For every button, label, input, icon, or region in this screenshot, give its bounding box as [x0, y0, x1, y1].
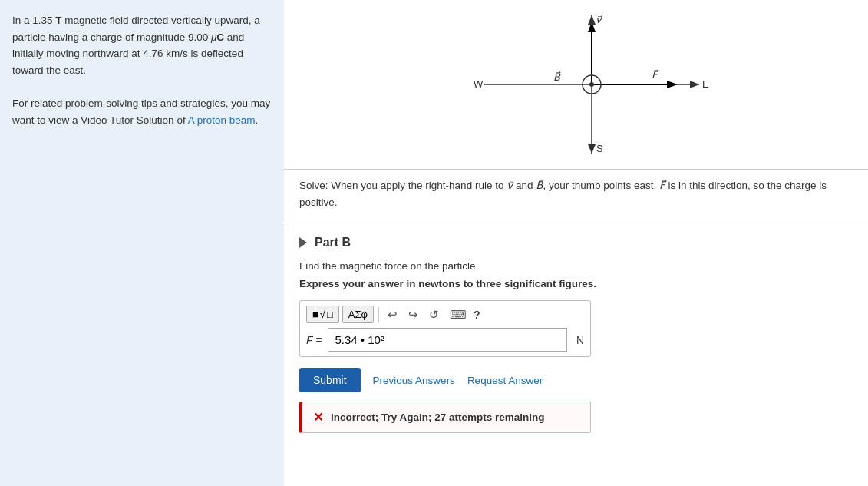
error-message: Incorrect; Try Again; 27 attempts remain… — [331, 412, 545, 423]
math-toolbar: ■ √ □ AΣφ ↩ ↪ ↺ ⌨ ? — [306, 306, 584, 323]
find-text: Find the magnetic force on the particle. — [299, 260, 853, 272]
fraction-icon: ■ — [312, 309, 318, 320]
diagram-area: v⃗ S E W B⃗ F⃗ — [284, 0, 868, 170]
keyboard-button[interactable]: ⌨ — [446, 306, 470, 323]
math-input-row: F = N — [306, 328, 584, 352]
redo-button[interactable]: ↪ — [404, 306, 422, 323]
vector-diagram: v⃗ S E W B⃗ F⃗ — [461, 8, 722, 161]
svg-point-7 — [589, 82, 594, 87]
error-box: ✕ Incorrect; Try Again; 27 attempts rema… — [299, 402, 591, 433]
svg-text:S: S — [596, 143, 603, 154]
math-input-container: ■ √ □ AΣφ ↩ ↪ ↺ ⌨ ? F = N — [299, 300, 591, 357]
sqrt-icon: √ — [320, 309, 325, 320]
math-answer-input[interactable] — [328, 328, 567, 352]
main-content: v⃗ S E W B⃗ F⃗ Solve: When you apply the… — [284, 0, 868, 486]
svg-text:v⃗: v⃗ — [596, 14, 603, 25]
submit-button[interactable]: Submit — [299, 368, 361, 392]
equation-label: F = — [306, 334, 322, 346]
request-answer-link[interactable]: Request Answer — [467, 375, 543, 386]
undo-button[interactable]: ↩ — [384, 306, 401, 323]
solve-text: Solve: When you apply the right-hand rul… — [284, 170, 868, 223]
collapse-icon[interactable] — [299, 237, 307, 248]
greek-label: AΣφ — [348, 309, 368, 320]
submit-row: Submit Previous Answers Request Answer — [299, 368, 853, 392]
greek-button[interactable]: AΣφ — [342, 306, 374, 323]
problem-text: In a 1.35 T magnetic field directed vert… — [12, 12, 272, 78]
previous-answers-link[interactable]: Previous Answers — [373, 375, 455, 386]
svg-marker-9 — [588, 144, 596, 154]
box-icon: □ — [327, 309, 333, 320]
svg-text:F⃗: F⃗ — [652, 69, 659, 81]
error-icon: ✕ — [313, 410, 323, 425]
toolbar-separator — [378, 307, 379, 322]
tip-text: For related problem-solving tips and str… — [12, 95, 272, 128]
sidebar: In a 1.35 T magnetic field directed vert… — [0, 0, 284, 486]
svg-text:E: E — [702, 78, 709, 90]
express-text: Express your answer in newtons to three … — [299, 278, 853, 289]
svg-text:B⃗: B⃗ — [553, 71, 561, 83]
proton-beam-link[interactable]: A proton beam — [188, 114, 256, 126]
unit-label: N — [576, 334, 584, 346]
fraction-sqrt-button[interactable]: ■ √ □ — [306, 306, 339, 323]
part-b-header: Part B — [299, 236, 853, 250]
refresh-button[interactable]: ↺ — [425, 306, 443, 323]
svg-marker-10 — [690, 81, 699, 88]
part-b-section: Part B Find the magnetic force on the pa… — [284, 223, 868, 445]
svg-marker-5 — [667, 81, 678, 88]
help-button[interactable]: ? — [474, 309, 480, 321]
part-b-label: Part B — [315, 236, 351, 250]
svg-text:W: W — [474, 78, 484, 90]
svg-marker-8 — [588, 15, 596, 25]
